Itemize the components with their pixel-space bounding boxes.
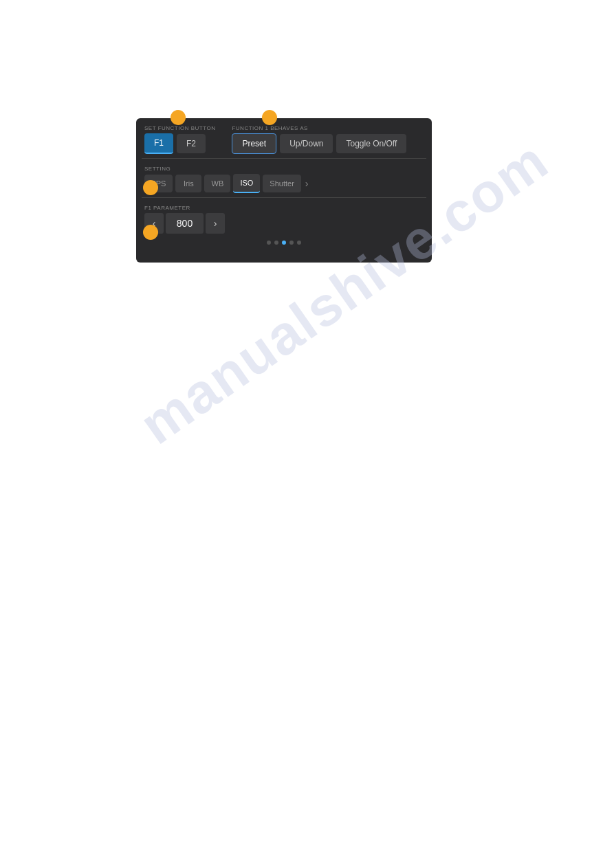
wb-button[interactable]: WB [204, 175, 230, 192]
page-dot-3[interactable] [282, 241, 286, 245]
setting-row: FPS Iris WB ISO Shutter › [136, 174, 432, 197]
annotation-dot-4 [143, 225, 158, 240]
page-container: SET FUNCTION BUTTON F1 F2 FUNCTION 1 BEH… [0, 0, 614, 868]
updown-button[interactable]: Up/Down [280, 134, 333, 153]
function-behaves-label: FUNCTION 1 BEHAVES AS [223, 121, 432, 133]
annotation-dot-3 [143, 180, 158, 195]
param-value: 800 [166, 213, 204, 234]
f1-parameter-label: F1 PARAMETER [136, 201, 432, 213]
toggle-button[interactable]: Toggle On/Off [336, 134, 406, 153]
annotation-dot-1 [171, 110, 186, 125]
f1-button[interactable]: F1 [144, 133, 173, 154]
behaves-button-row: Preset Up/Down Toggle On/Off [223, 133, 432, 158]
preset-button[interactable]: Preset [232, 133, 276, 154]
ui-panel: SET FUNCTION BUTTON F1 F2 FUNCTION 1 BEH… [136, 118, 432, 263]
param-row: ‹ 800 › [136, 213, 432, 238]
iris-button[interactable]: Iris [175, 175, 201, 192]
shutter-button[interactable]: Shutter [263, 175, 300, 192]
page-dot-5[interactable] [297, 241, 301, 245]
function-button-row: F1 F2 [136, 133, 223, 158]
setting-label: SETTING [136, 162, 432, 174]
iso-button[interactable]: ISO [233, 174, 260, 193]
setting-chevron-right-icon[interactable]: › [304, 178, 310, 189]
f2-button[interactable]: F2 [177, 134, 206, 153]
page-dot-2[interactable] [274, 241, 278, 245]
annotation-dot-2 [262, 110, 277, 125]
pagination-dots [136, 238, 432, 250]
page-dot-1[interactable] [267, 241, 271, 245]
param-next-button[interactable]: › [206, 213, 225, 234]
page-dot-4[interactable] [289, 241, 294, 245]
